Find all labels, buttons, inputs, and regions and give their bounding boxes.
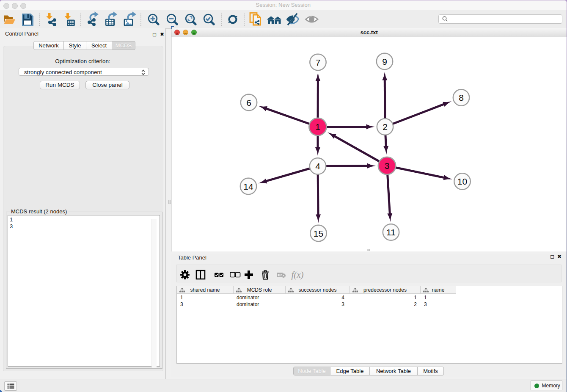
svg-text:6: 6 <box>246 98 251 108</box>
svg-text:1: 1 <box>315 122 320 132</box>
svg-text:2: 2 <box>383 122 388 132</box>
svg-text:f(x): f(x) <box>291 270 303 280</box>
svg-text:11: 11 <box>386 227 396 237</box>
svg-text:8: 8 <box>459 93 464 102</box>
svg-text:10: 10 <box>457 177 467 186</box>
svg-text:7: 7 <box>316 58 321 67</box>
svg-text:15: 15 <box>314 229 323 238</box>
svg-text:4: 4 <box>315 161 320 171</box>
svg-text:14: 14 <box>243 182 253 191</box>
svg-text:9: 9 <box>382 57 387 66</box>
svg-text:3: 3 <box>385 161 390 171</box>
